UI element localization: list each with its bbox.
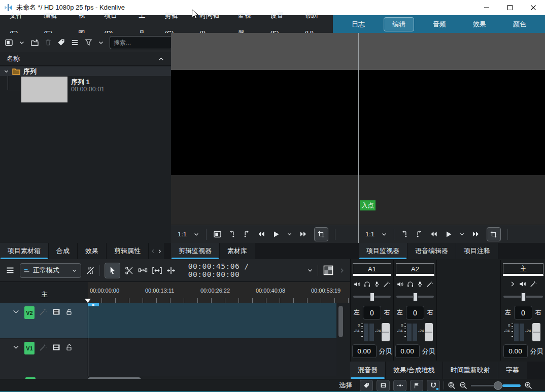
- goto-zone-end-button[interactable]: [415, 230, 423, 238]
- bin-item-sequence[interactable]: 序列 1 00:00:00:01: [0, 76, 171, 103]
- rewind-button[interactable]: [257, 230, 265, 238]
- delete-button[interactable]: [45, 39, 52, 46]
- mute-button[interactable]: [354, 281, 360, 288]
- timeline-ruler[interactable]: 00:00:00:00 00:00:13:11 00:00:26:22 00:0…: [88, 282, 350, 303]
- create-folder-button[interactable]: [30, 39, 39, 47]
- channel-name-button[interactable]: A1: [353, 263, 391, 276]
- tab-project-monitor[interactable]: 项目监视器: [359, 243, 407, 259]
- volume-fader[interactable]: [532, 323, 540, 341]
- track-header-v1[interactable]: V1: [0, 339, 88, 376]
- resize-item-button[interactable]: [166, 267, 176, 274]
- tab-effect-stack[interactable]: 效果/合成堆栈: [386, 362, 443, 379]
- av-split-button[interactable]: [86, 266, 95, 275]
- timeline-vertical-scrollbar[interactable]: [338, 306, 343, 337]
- zoom-level-label[interactable]: 1:1: [365, 230, 374, 238]
- playhead-marker[interactable]: [85, 299, 91, 303]
- minimize-button[interactable]: [475, 0, 498, 15]
- fit-zoom-button[interactable]: [152, 267, 162, 274]
- master-track-button[interactable]: 主: [41, 290, 48, 299]
- clip-thumbnail[interactable]: [21, 77, 67, 102]
- tab-mixer[interactable]: 混音器: [350, 362, 386, 379]
- rewind-button[interactable]: [429, 230, 438, 238]
- monitor-screen-button[interactable]: [213, 230, 222, 238]
- markers-button[interactable]: [410, 380, 423, 391]
- bin-name-header[interactable]: 名称: [0, 52, 171, 66]
- goto-zone-start-button[interactable]: [401, 230, 408, 238]
- bin-folder-row[interactable]: 序列: [0, 66, 171, 76]
- filter-button[interactable]: [85, 39, 92, 46]
- track-lock-icon[interactable]: [65, 343, 73, 351]
- zoom-level-label[interactable]: 1:1: [178, 230, 187, 238]
- play-button[interactable]: [272, 230, 280, 238]
- selection-tool-button[interactable]: [105, 263, 120, 278]
- toolbar-overflow-chevron-icon[interactable]: [338, 267, 345, 274]
- video-thumbnails-button[interactable]: [377, 380, 390, 391]
- track-collapse-icon[interactable]: [12, 343, 20, 351]
- snap-button[interactable]: [427, 380, 440, 391]
- clip-monitor-video-area[interactable]: [171, 70, 359, 175]
- tag-toggle-button[interactable]: [360, 380, 373, 391]
- timeline-timecode[interactable]: 00:00:45:06 / 00:00:00:00: [188, 262, 302, 278]
- zone-mode-button[interactable]: [314, 227, 328, 241]
- bin-menu-button[interactable]: [71, 39, 79, 46]
- pan-slider-handle[interactable]: [370, 293, 374, 301]
- record-button[interactable]: [374, 280, 380, 288]
- mute-button[interactable]: [397, 281, 403, 288]
- maximize-button[interactable]: [498, 0, 522, 15]
- workspace-editing-button[interactable]: 编辑: [384, 17, 414, 31]
- track-lane-v2[interactable]: [88, 303, 336, 338]
- workspace-audio-button[interactable]: 音频: [425, 18, 454, 31]
- solo-button[interactable]: [407, 281, 414, 288]
- tab-compositions[interactable]: 合成: [49, 243, 78, 259]
- zoom-slider-track-left[interactable]: [471, 385, 494, 386]
- effects-button[interactable]: [426, 280, 433, 288]
- play-button[interactable]: [445, 230, 453, 238]
- tab-effects[interactable]: 效果: [78, 243, 107, 259]
- zoom-out-button[interactable]: [459, 381, 467, 389]
- zoom-slider-track-right[interactable]: [502, 384, 521, 387]
- track-badge-v1[interactable]: V1: [24, 342, 35, 354]
- gain-spinbox[interactable]: 0.00: [395, 344, 420, 358]
- pan-value-spinbox[interactable]: 0: [406, 306, 424, 319]
- close-button[interactable]: [522, 0, 545, 15]
- chevron-left-icon[interactable]: [150, 248, 156, 254]
- record-button[interactable]: [417, 280, 423, 288]
- solo-button[interactable]: [364, 281, 370, 288]
- track-thumbnails-icon[interactable]: [52, 343, 61, 351]
- tab-time-remap[interactable]: 时间重新映射: [443, 362, 498, 379]
- pan-slider-handle[interactable]: [413, 293, 418, 301]
- track-header-v2[interactable]: V2: [0, 303, 88, 338]
- razor-tool-button[interactable]: [125, 266, 133, 275]
- tab-library[interactable]: 素材库: [220, 243, 255, 259]
- tab-project-notes[interactable]: 项目注释: [456, 243, 498, 259]
- tab-subtitles[interactable]: 字幕: [498, 362, 527, 379]
- fast-forward-button[interactable]: [299, 230, 308, 238]
- playhead-line[interactable]: [88, 303, 88, 376]
- track-effects-icon[interactable]: [39, 343, 47, 351]
- zoom-in-button[interactable]: [524, 381, 532, 389]
- zone-handle[interactable]: [92, 304, 94, 306]
- goto-zone-end-button[interactable]: [243, 230, 250, 238]
- preview-render-button[interactable]: [323, 265, 334, 276]
- zoom-dropdown-icon[interactable]: [381, 231, 387, 237]
- tab-clip-monitor[interactable]: 剪辑监视器: [171, 243, 220, 259]
- goto-zone-start-button[interactable]: [228, 230, 236, 238]
- workspace-effects-button[interactable]: 效果: [465, 18, 494, 31]
- effects-button[interactable]: [530, 280, 537, 288]
- timeline-zoom-slider[interactable]: [471, 381, 521, 390]
- chevron-right-icon[interactable]: [157, 248, 162, 254]
- collapse-button[interactable]: [509, 281, 516, 287]
- track-effects-icon[interactable]: [39, 308, 47, 316]
- workspace-logging-button[interactable]: 日志: [344, 18, 373, 31]
- monitor-splitter[interactable]: [358, 33, 359, 243]
- filter-dropdown[interactable]: [98, 40, 104, 46]
- pan-slider-handle[interactable]: [521, 293, 526, 301]
- play-dropdown-icon[interactable]: [287, 231, 292, 237]
- collapse-all-icon[interactable]: [158, 56, 164, 62]
- track-thumbnails-icon[interactable]: [52, 308, 61, 316]
- mute-button[interactable]: [519, 280, 526, 288]
- edit-mode-select[interactable]: 正常模式: [20, 263, 81, 278]
- audio-thumbnails-button[interactable]: [393, 380, 406, 391]
- fast-forward-button[interactable]: [471, 230, 480, 238]
- pan-value-spinbox[interactable]: 0: [514, 306, 532, 319]
